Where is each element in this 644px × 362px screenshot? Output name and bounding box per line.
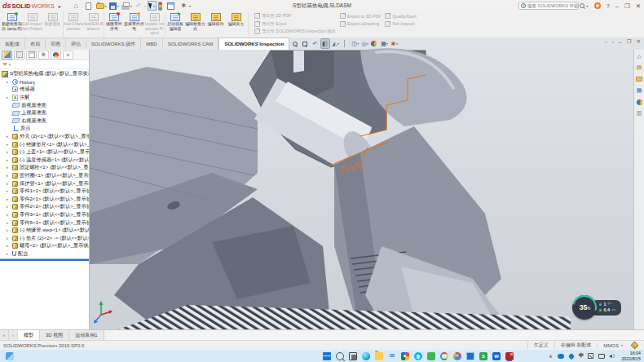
- expand-arrow-icon[interactable]: ▸: [7, 221, 11, 225]
- expand-arrow-icon[interactable]: ▸: [7, 236, 11, 241]
- feature-tree-item[interactable]: ▸ (-) 上盖<1> (默认<<默认>_显示状态: [0, 148, 89, 157]
- expand-arrow-icon[interactable]: ▸: [7, 135, 11, 139]
- feature-tree-item[interactable]: ▸ History: [0, 78, 89, 86]
- expand-arrow-icon[interactable]: ▸: [7, 166, 11, 170]
- ribbon-button[interactable]: 编辑夹方: [226, 11, 246, 38]
- quick-access-button[interactable]: ▾: [148, 1, 157, 11]
- feature-tree-item[interactable]: ▸ 零件1<1> (默认<<默认>_显示状态: [0, 188, 89, 196]
- document-tab-nav[interactable]: ‹: [9, 330, 18, 340]
- taskbar-icon[interactable]: [465, 351, 475, 361]
- taskpane-tab[interactable]: [635, 98, 644, 106]
- widgets-button[interactable]: [5, 351, 15, 361]
- feature-tree-item[interactable]: ▸ 传感器: [0, 86, 89, 94]
- headsup-toolbar-button[interactable]: ▾: [302, 39, 310, 48]
- tray-icon[interactable]: [568, 351, 576, 360]
- chevron-down-icon[interactable]: ▾: [153, 4, 155, 8]
- taskpane-tab[interactable]: [635, 75, 644, 83]
- panel-tab[interactable]: [14, 51, 24, 60]
- feature-tree-item[interactable]: ▸ 固定螺栓<1> (默认<<默认>_显示状: [0, 164, 89, 172]
- commandmanager-tab[interactable]: MBD: [141, 38, 162, 50]
- panel-tab[interactable]: [63, 51, 73, 60]
- taskbar-icon[interactable]: [322, 351, 332, 361]
- panel-tab[interactable]: [2, 51, 12, 60]
- headsup-toolbar-button[interactable]: ▾: [370, 39, 378, 48]
- quick-access-button[interactable]: ▾: [95, 1, 108, 11]
- tray-icon[interactable]: [547, 351, 554, 360]
- taskbar-icon[interactable]: [439, 351, 449, 361]
- taskpane-tab[interactable]: [635, 52, 644, 60]
- document-tab[interactable]: 3D 视图: [40, 330, 69, 340]
- expand-arrow-icon[interactable]: ▸: [7, 150, 11, 154]
- quick-access-button[interactable]: ▾: [85, 1, 95, 11]
- feature-tree-item[interactable]: ▸ 原点: [0, 125, 89, 133]
- document-tab[interactable]: 模型: [18, 330, 40, 340]
- rollback-bar[interactable]: [0, 258, 89, 261]
- taskbar-icon[interactable]: [413, 351, 423, 361]
- commandmanager-tab[interactable]: SOLIDWORKS Inspection: [218, 38, 289, 50]
- close-button[interactable]: ✕: [636, 2, 641, 10]
- expand-arrow-icon[interactable]: ▸: [7, 80, 11, 84]
- ribbon-button[interactable]: 编辑操作: [205, 11, 226, 38]
- feature-tree-item[interactable]: ▸ 密封圈<1> (默认<<默认>_显示状态: [0, 172, 89, 180]
- quick-access-button[interactable]: ▾: [108, 1, 120, 11]
- taskbar-icon[interactable]: [505, 351, 514, 361]
- ribbon-button[interactable]: 选择零件序号: [124, 11, 144, 38]
- feature-tree-item[interactable]: ▸ (-) 温度传感器<1> (默认<<默认>_显: [0, 157, 89, 165]
- tag-icon[interactable]: [631, 342, 639, 350]
- chevron-down-icon[interactable]: ▾: [144, 4, 146, 8]
- document-window-control[interactable]: –: [619, 39, 622, 45]
- panel-tab[interactable]: [26, 51, 37, 60]
- expand-arrow-icon[interactable]: ▸: [7, 252, 11, 256]
- feature-tree-item[interactable]: ▸ 右视基准面: [0, 117, 89, 126]
- feature-tree-item[interactable]: ▸ (-) 绝缘垫片<1> (默认<<默认>_显示状: [0, 140, 89, 148]
- taskbar-icon[interactable]: [426, 351, 436, 361]
- expand-arrow-icon[interactable]: ▸: [7, 244, 11, 248]
- headsup-toolbar-button[interactable]: ▾: [321, 39, 329, 48]
- ribbon-button[interactable]: 移除零件序号: [104, 11, 124, 38]
- commandmanager-tab[interactable]: SOLIDWORKS CAM: [163, 38, 219, 50]
- headsup-toolbar-button[interactable]: ▾: [331, 39, 339, 48]
- expand-arrow-icon[interactable]: ▸: [7, 158, 11, 162]
- menu-flyout-arrow[interactable]: ▸: [59, 3, 61, 9]
- model-canvas[interactable]: [90, 38, 644, 329]
- model-grooved-disc[interactable]: [118, 305, 571, 329]
- chevron-down-icon[interactable]: ▾: [9, 63, 11, 67]
- feature-tree-item[interactable]: ▸ 零件3<1> (默认<<默认>_显示状态: [0, 211, 89, 219]
- commandmanager-tab[interactable]: 草图: [46, 38, 66, 50]
- commandmanager-tab[interactable]: SOLIDWORKS 插件: [86, 38, 141, 50]
- expand-arrow-icon[interactable]: ▸: [7, 143, 11, 147]
- taskpane-tab[interactable]: [635, 86, 644, 95]
- user-account-icon[interactable]: [594, 2, 601, 9]
- feature-tree-item[interactable]: ▸ 前视基准面: [0, 101, 89, 109]
- feature-tree-item[interactable]: ▸ (-) 垫片 (2)<2> -> (默认<<默认>_显: [0, 234, 89, 242]
- document-window-control[interactable]: ▫: [612, 39, 614, 45]
- panel-tab[interactable]: [38, 51, 49, 60]
- expand-arrow-icon[interactable]: ▸: [7, 213, 11, 217]
- quick-access-button[interactable]: ▾: [179, 1, 192, 11]
- document-window-control[interactable]: ▫: [605, 39, 607, 45]
- feature-tree-item[interactable]: ▸ 零件5<1> (默认<<默认>_显示状态: [0, 219, 89, 227]
- taskpane-tab[interactable]: [635, 109, 644, 117]
- feature-tree-item[interactable]: ▸ 零件2<1> (默认<<默认>_显示状态: [0, 196, 89, 204]
- tree-filter[interactable]: ▾: [0, 60, 89, 69]
- document-tab[interactable]: 运动算例1: [69, 330, 104, 340]
- feature-tree-item[interactable]: ▸ 螺母<2> (默认<<默认>_显示状态: [0, 242, 89, 250]
- document-window-control[interactable]: ❐: [627, 38, 632, 45]
- tray-icon[interactable]: [598, 351, 605, 360]
- commandmanager-tab[interactable]: 装配体: [0, 38, 25, 50]
- expand-arrow-icon[interactable]: ▸: [7, 197, 11, 201]
- expand-arrow-icon[interactable]: ▸: [7, 189, 11, 193]
- ribbon-button[interactable]: 新建检查项目 (amp;R): [2, 11, 22, 38]
- ribbon-button[interactable]: Edit Inspection Project: [22, 11, 42, 38]
- expand-arrow-icon[interactable]: ▸: [7, 205, 11, 209]
- quick-access-button[interactable]: ▾: [121, 1, 133, 11]
- headsup-toolbar-button[interactable]: ▾: [311, 39, 320, 48]
- feature-tree-item[interactable]: ▸ 零件2<2> (默认<<默认>_显示状态: [0, 203, 89, 211]
- taskpane-tab[interactable]: [635, 64, 644, 72]
- expand-arrow-icon[interactable]: ▸: [7, 228, 11, 232]
- document-window-control[interactable]: ✕: [637, 38, 641, 45]
- tray-icon[interactable]: [608, 351, 615, 360]
- search-scope-icon[interactable]: ?: [521, 3, 526, 8]
- chevron-down-icon[interactable]: ▾: [130, 4, 132, 8]
- document-tab-nav[interactable]: «: [0, 330, 9, 340]
